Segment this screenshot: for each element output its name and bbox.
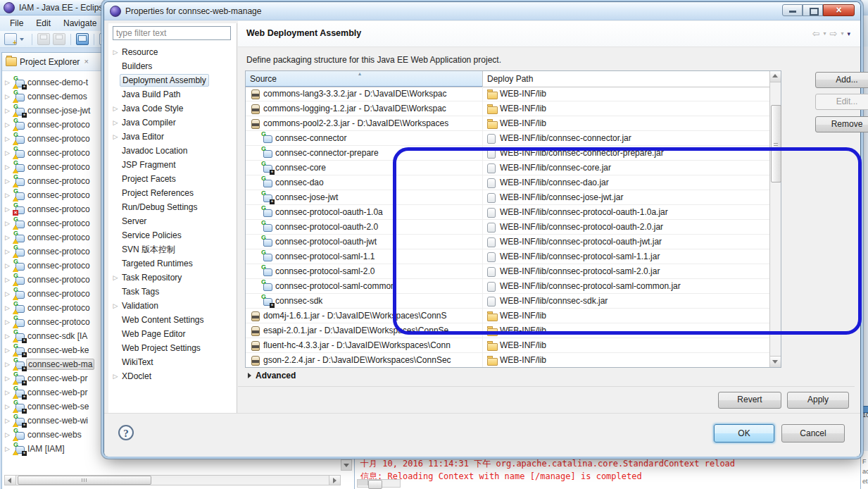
dialog-tree-item[interactable]: Targeted Runtimes (108, 256, 237, 271)
close-button[interactable] (823, 4, 855, 16)
new-dropdown-caret-icon[interactable] (20, 38, 24, 41)
vscrollbar-thumb[interactable] (771, 105, 781, 182)
revert-button[interactable]: Revert (718, 392, 781, 409)
expand-arrow-icon[interactable]: ▷ (111, 105, 120, 112)
table-row[interactable]: G* gson-2.2.4.jar - D:\JavaIDE\Workspace… (246, 353, 770, 367)
dialog-tree-item[interactable]: Task Tags (108, 285, 237, 299)
expand-arrow-icon[interactable]: ▷ (5, 445, 11, 452)
project-explorer-item[interactable]: ▷ G* connsec-webs (2, 428, 105, 442)
expand-arrow-icon[interactable]: ▷ (111, 274, 120, 281)
dialog-tree-item[interactable]: ▷ XDoclet (108, 369, 237, 383)
table-row[interactable]: G* commons-logging-1.2.jar - D:\JavaIDE\… (246, 101, 770, 116)
expand-arrow-icon[interactable]: ▷ (5, 262, 11, 269)
project-explorer-item[interactable]: ▷ G* connsec-web-pr (2, 371, 105, 385)
dialog-tree-item[interactable]: ▷ Java Compiler (108, 116, 237, 130)
save-icon[interactable] (37, 33, 50, 45)
dialog-tree-item[interactable]: Server (108, 214, 237, 228)
project-explorer-item[interactable]: ▷ G* connsec-sdk [IA (2, 329, 105, 343)
expand-arrow-icon[interactable]: ▷ (5, 149, 11, 156)
dialog-titlebar[interactable]: Properties for connsec-web-manage (104, 2, 860, 20)
back-caret-icon[interactable]: ▾ (824, 30, 826, 37)
dialog-tree-item[interactable]: ▷ Java Editor (108, 130, 237, 144)
project-explorer-item[interactable]: ▷ G* connsec-web-ke (2, 343, 105, 357)
view-menu-icon[interactable]: ▾ (847, 30, 850, 37)
tab-close-icon[interactable]: × (84, 58, 88, 66)
menu-file[interactable]: File (4, 17, 29, 30)
expand-arrow-icon[interactable]: ▷ (5, 333, 11, 340)
expand-arrow-icon[interactable]: ▷ (5, 290, 11, 297)
dialog-tree-item[interactable]: ▷ Task Repository (108, 271, 237, 285)
project-explorer-item[interactable]: ▷ G* connsec-demo-t (2, 75, 105, 89)
dialog-tree-item[interactable]: Java Build Path (108, 87, 237, 101)
expand-arrow-icon[interactable]: ▷ (5, 347, 11, 354)
expand-arrow-icon[interactable]: ▷ (5, 234, 11, 241)
expand-arrow-icon[interactable]: ▷ (5, 206, 11, 213)
expand-arrow-icon[interactable]: ▷ (5, 121, 11, 128)
vscroll-down-icon[interactable] (341, 459, 352, 471)
project-explorer-item[interactable]: ▷ G* connsec-protoco (2, 146, 105, 160)
forward-caret-icon[interactable]: ▾ (841, 30, 843, 37)
table-row[interactable]: G* connsec-protocol-saml-common WEB-INF/… (246, 279, 770, 294)
table-row[interactable]: G* connsec-protocol-oauth-2.0 WEB-INF/li… (246, 220, 770, 235)
project-explorer-item[interactable]: ▷ G* connsec-protoco (2, 202, 105, 216)
dialog-tree-item[interactable]: Javadoc Location (108, 144, 237, 158)
scroll-up-icon[interactable] (770, 71, 781, 82)
menu-navigate[interactable]: Navigate (58, 17, 102, 30)
table-row[interactable]: G* connsec-protocol-oauth-1.0a WEB-INF/l… (246, 205, 770, 220)
expand-arrow-icon[interactable]: ▷ (5, 389, 11, 396)
expand-arrow-icon[interactable]: ▷ (5, 163, 11, 171)
project-explorer-item[interactable]: ▷ G* connsec-protoco (2, 216, 105, 230)
dialog-tree-item[interactable]: SVN 版本控制 (108, 242, 237, 256)
project-explorer-item[interactable]: ▷ G* IAM [IAM] (2, 442, 105, 456)
project-explorer-item[interactable]: ▷ G* connsec-protoco (2, 273, 105, 287)
dialog-tree-item[interactable]: Web Project Settings (108, 341, 237, 355)
project-explorer-item[interactable]: ▷ G* connsec-web-pr (2, 385, 105, 400)
dialog-tree-item[interactable]: Project References (108, 186, 237, 200)
help-button[interactable]: ? (118, 425, 134, 440)
dialog-tree-item[interactable]: Run/Debug Settings (108, 200, 237, 214)
dialog-tree-item[interactable]: Service Policies (108, 228, 237, 242)
apply-button[interactable]: Apply (787, 392, 849, 409)
expand-arrow-icon[interactable]: ▷ (5, 304, 11, 311)
project-explorer-hscrollbar[interactable] (4, 475, 341, 485)
expand-arrow-icon[interactable]: ▷ (5, 403, 11, 410)
expand-arrow-icon[interactable]: ▷ (5, 220, 11, 227)
advanced-section-toggle[interactable]: Advanced (248, 371, 296, 380)
table-row[interactable]: G* dom4j-1.6.1.jar - D:\JavaIDE\Workspac… (246, 309, 770, 323)
table-row[interactable]: G* connsec-sdk WEB-INF/lib/connsec-sdk.j… (246, 294, 770, 309)
console-hscrollbar[interactable] (357, 479, 401, 488)
expand-arrow-icon[interactable]: ▷ (5, 135, 11, 142)
project-explorer-item[interactable]: ▷ G* connsec-web-ma (2, 357, 105, 371)
scroll-down-icon[interactable] (770, 356, 781, 367)
project-explorer-item[interactable]: ▷ G* connsec-protoco (2, 287, 105, 301)
dialog-tree-item[interactable]: ▷ Resource (108, 45, 237, 59)
table-row[interactable]: G* commons-pool2-2.3.jar - D:\JavaIDE\Wo… (246, 116, 770, 131)
table-row[interactable]: G* connsec-dao WEB-INF/lib/connsec-dao.j… (246, 175, 770, 190)
column-header-source[interactable]: Source ▴ (246, 71, 483, 87)
remove-button[interactable]: Remove (815, 116, 868, 132)
expand-arrow-icon[interactable]: ▷ (5, 276, 11, 283)
project-explorer-item[interactable]: ▷ G* connsec-protoco (2, 315, 105, 329)
expand-arrow-icon[interactable]: ▷ (5, 107, 11, 114)
dialog-tree-item[interactable]: Project Facets (108, 172, 237, 186)
expand-arrow-icon[interactable]: ▷ (5, 248, 11, 255)
table-row[interactable]: G* connsec-protocol-saml-1.1 WEB-INF/lib… (246, 249, 770, 264)
expand-arrow-icon[interactable]: ▷ (5, 431, 11, 438)
project-explorer-item[interactable]: ▷ G* connsec-protoco (2, 132, 105, 146)
maximize-button[interactable] (803, 4, 823, 16)
minimize-button[interactable] (782, 4, 803, 16)
dialog-tree-item[interactable]: JSP Fragment (108, 158, 237, 172)
expand-arrow-icon[interactable]: ▷ (5, 318, 11, 326)
project-explorer-item[interactable]: ▷ G* connsec-protoco (2, 174, 105, 188)
table-row[interactable]: G* connsec-core WEB-INF/lib/connsec-core… (246, 161, 770, 175)
project-explorer-item[interactable]: ▷ G* connsec-protoco (2, 230, 105, 244)
ok-button[interactable]: OK (714, 424, 774, 442)
edit-button[interactable]: Edit... (815, 94, 868, 110)
dialog-tree-item[interactable]: Builders (108, 59, 237, 73)
project-explorer-item[interactable]: ▷ G* connsec-web-wi (2, 414, 105, 428)
expand-arrow-icon[interactable]: ▷ (5, 178, 11, 185)
expand-arrow-icon[interactable]: ▷ (5, 192, 11, 199)
project-explorer-item[interactable]: ▷ G* connsec-demos (2, 89, 105, 104)
project-explorer-item[interactable]: ▷ G* connsec-jose-jwt (2, 104, 105, 118)
open-console-icon[interactable] (76, 33, 89, 45)
